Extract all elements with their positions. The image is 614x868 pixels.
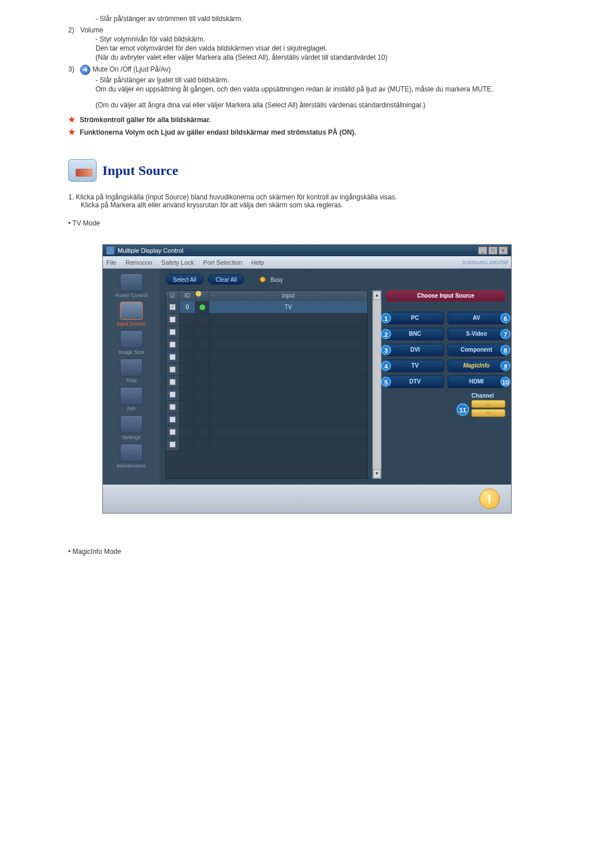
menu-file[interactable]: File <box>106 259 117 266</box>
sidebar-item-pip[interactable]: PIP <box>106 387 156 412</box>
sidebar-label: Maintenance <box>117 463 146 469</box>
table-row[interactable] <box>166 339 367 351</box>
maximize-button[interactable]: □ <box>488 247 497 254</box>
row-checkbox[interactable] <box>169 441 176 448</box>
input-source-heading-icon <box>68 159 97 182</box>
source-bnc-button[interactable]: 2 BNC <box>386 328 444 340</box>
minimize-button[interactable]: _ <box>478 247 487 254</box>
close-button[interactable]: × <box>499 247 508 254</box>
busy-label: Busy <box>270 277 283 283</box>
settings-icon <box>120 415 143 433</box>
mute-line3: (Om du väljer att ångra dina val eller v… <box>96 101 580 109</box>
menu-port-selection[interactable]: Port Selection <box>203 259 242 266</box>
row-checkbox[interactable] <box>169 366 176 373</box>
row-checkbox[interactable] <box>169 391 176 398</box>
row-checkbox[interactable] <box>169 329 176 335</box>
warning-icon[interactable]: ! <box>479 489 500 509</box>
scroll-down-button[interactable]: ▼ <box>373 469 381 478</box>
row-input <box>209 364 367 375</box>
step-1-line2: Klicka på Markera allt eller använd krys… <box>81 201 343 209</box>
table-row[interactable] <box>166 376 367 389</box>
table-row[interactable] <box>166 364 367 376</box>
row-checkbox[interactable] <box>169 354 176 360</box>
status-header-icon <box>196 291 201 297</box>
menu-safety-lock[interactable]: Safety Lock <box>161 259 194 266</box>
row-checkbox[interactable] <box>169 304 176 310</box>
sidebar-item-settings[interactable]: Settings <box>106 415 156 440</box>
row-status <box>196 326 209 338</box>
star-icon: ★ <box>68 127 76 136</box>
row-input: TV <box>209 301 367 313</box>
row-checkbox[interactable] <box>169 379 176 385</box>
row-status <box>196 314 209 326</box>
power-desc: - Slår på/stänger av strömmen till vald … <box>96 15 580 23</box>
mute-icon <box>80 65 90 75</box>
sidebar-item-power-control[interactable]: Power Control <box>106 273 156 298</box>
source-dvi-button[interactable]: 3 DVI <box>386 344 444 356</box>
row-checkbox[interactable] <box>169 404 176 410</box>
source-dtv-button[interactable]: 5 DTV <box>386 375 444 388</box>
row-id: 0 <box>180 301 196 313</box>
menu-bar: File Remocon Safety Lock Port Selection … <box>103 256 511 269</box>
display-table: ☑ ID Input 0TV <box>165 290 368 479</box>
row-checkbox[interactable] <box>169 429 176 435</box>
star-icon: ★ <box>68 115 76 124</box>
table-row[interactable] <box>166 439 367 451</box>
row-id <box>180 401 196 413</box>
source-av-button[interactable]: AV 6 <box>447 312 505 324</box>
row-status <box>196 301 209 313</box>
channel-down-button[interactable]: ﹀ <box>471 409 505 417</box>
table-row[interactable] <box>166 326 367 339</box>
row-checkbox[interactable] <box>169 316 176 323</box>
row-input <box>209 414 367 425</box>
source-hdmi-button[interactable]: HDMI 10 <box>447 375 505 388</box>
sidebar-item-input-source[interactable]: Input Source <box>106 302 156 327</box>
pip-icon <box>120 387 143 405</box>
samsung-logo: SAMSUNG DIGITall <box>462 260 508 265</box>
source-component-button[interactable]: Component 8 <box>447 344 505 356</box>
sidebar-item-image-size[interactable]: Image Size <box>106 330 156 355</box>
table-row[interactable] <box>166 414 367 426</box>
vertical-scrollbar[interactable]: ▲ ▼ <box>372 290 381 479</box>
row-checkbox[interactable] <box>169 416 176 423</box>
source-tv-button[interactable]: 4 TV <box>386 360 444 372</box>
annotation-10: 10 <box>500 377 511 387</box>
select-all-button[interactable]: Select All <box>165 274 204 285</box>
table-row[interactable] <box>166 389 367 401</box>
note-2: Funktionerna Volym och Ljud av gäller en… <box>80 128 356 136</box>
table-row[interactable] <box>166 426 367 439</box>
table-row[interactable] <box>166 351 367 364</box>
row-input <box>209 351 367 363</box>
source-magicinfo-button[interactable]: MagicInfo 9 <box>447 360 505 372</box>
sidebar-item-maintenance[interactable]: Maintenance <box>106 444 156 469</box>
table-row[interactable] <box>166 401 367 414</box>
volume-line2: Den tar emot volymvärdet för den valda b… <box>96 44 580 52</box>
source-pc-button[interactable]: 1 PC <box>386 312 444 324</box>
sidebar-item-time[interactable]: Time <box>106 358 156 383</box>
annotation-9: 9 <box>500 361 511 371</box>
annotation-4: 4 <box>381 361 391 371</box>
app-window: Multiple Display Control _ □ × File Remo… <box>102 244 512 514</box>
row-status <box>196 439 209 450</box>
section-heading: Input Source <box>102 163 179 178</box>
col-id: ID <box>180 291 196 301</box>
menu-help[interactable]: Help <box>251 259 264 266</box>
row-checkbox[interactable] <box>169 341 176 348</box>
source-svideo-button[interactable]: S-Video 7 <box>447 328 505 340</box>
row-id <box>180 339 196 350</box>
row-status <box>196 414 209 425</box>
menu-remocon[interactable]: Remocon <box>126 259 152 266</box>
app-icon <box>106 247 114 254</box>
clear-all-button[interactable]: Clear All <box>208 274 244 285</box>
row-status <box>196 351 209 363</box>
scroll-up-button[interactable]: ▲ <box>373 291 381 300</box>
annotation-11: 11 <box>457 403 469 416</box>
item-3-num: 3) <box>68 65 78 73</box>
row-status <box>196 376 209 388</box>
table-row[interactable] <box>166 314 367 326</box>
row-id <box>180 426 196 438</box>
annotation-7: 7 <box>500 329 511 339</box>
channel-up-button[interactable]: ︿ <box>471 400 505 408</box>
title-bar: Multiple Display Control _ □ × <box>103 245 511 256</box>
table-row[interactable]: 0TV <box>166 301 367 314</box>
